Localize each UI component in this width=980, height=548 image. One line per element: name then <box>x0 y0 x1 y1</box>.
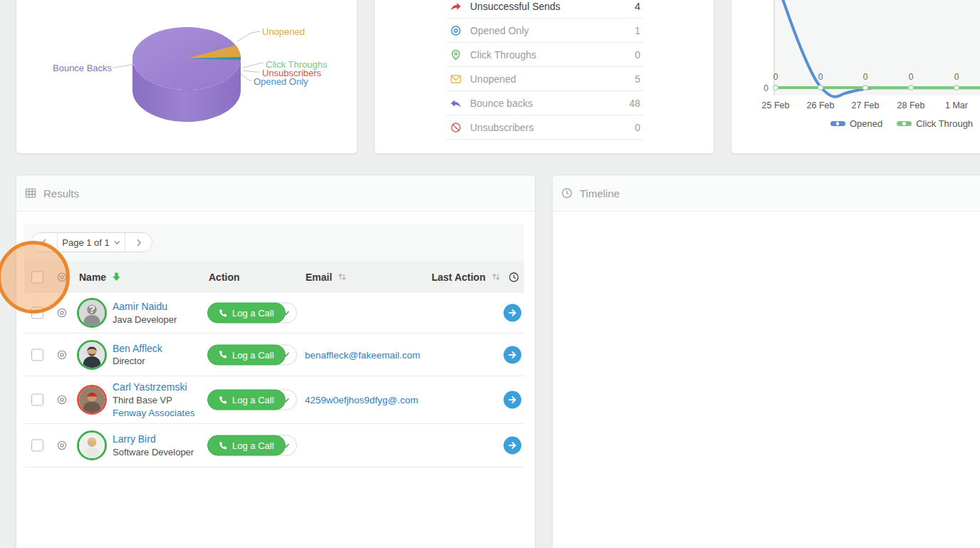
contact-title: Java Developer <box>113 314 177 326</box>
legend-label: Opened <box>850 118 882 129</box>
ban-icon <box>450 122 462 133</box>
contact-name-link[interactable]: Aamir Naidu <box>113 301 167 312</box>
table-header-row: Name Action Email Last Action <box>24 261 524 293</box>
avatar[interactable]: ? <box>77 298 107 328</box>
next-page-button[interactable] <box>125 233 152 252</box>
stat-row-opened-only: Opened Only 1 <box>446 19 643 43</box>
svg-text:27 Feb: 27 Feb <box>852 100 880 110</box>
column-header-email[interactable]: Email <box>306 272 347 283</box>
log-a-call-button[interactable]: Log a Call <box>207 303 286 324</box>
map-pin-icon <box>450 49 462 61</box>
row-checkbox[interactable] <box>31 440 43 452</box>
contact-name-link[interactable]: Ben Affleck <box>113 343 162 354</box>
clock-icon <box>509 272 519 282</box>
contact-name-link[interactable]: Larry Bird <box>113 433 156 445</box>
stat-label: Bounce backs <box>470 98 629 109</box>
avatar[interactable] <box>77 340 107 370</box>
table-grid-icon <box>25 187 36 199</box>
phone-icon <box>219 396 227 404</box>
open-contact-button[interactable] <box>504 437 521 455</box>
column-header-time[interactable] <box>509 272 519 282</box>
page-select-dropdown[interactable]: Page 1 of 1 <box>57 233 125 252</box>
chevron-down-icon <box>114 240 120 245</box>
table-row: Ben Affleck Director Log a Call benaffle… <box>24 334 524 376</box>
chevron-left-icon <box>41 238 48 247</box>
reply-arrow-icon <box>450 98 462 109</box>
contact-company-link[interactable]: Fenway Associates <box>113 408 195 418</box>
legend-label: Click Through <box>916 118 973 129</box>
log-a-call-button[interactable]: Log a Call <box>207 435 286 456</box>
stat-value: 1 <box>635 25 640 36</box>
prev-page-button[interactable] <box>32 233 57 252</box>
x-axis-labels: 25 Feb 26 Feb 27 Feb 28 Feb 1 Mar <box>762 100 968 110</box>
arrow-right-icon <box>508 441 517 450</box>
plot-area <box>774 0 980 95</box>
avatar[interactable] <box>77 430 107 460</box>
contact-title: Software Developer <box>113 446 194 459</box>
svg-text:26 Feb: 26 Feb <box>807 100 835 110</box>
target-icon[interactable] <box>57 272 67 282</box>
stat-row-bounce-backs: Bounce backs 48 <box>446 91 643 115</box>
log-a-call-label: Log a Call <box>232 308 274 319</box>
campaign-stats-list: Unsuccessful Sends 4 Opened Only 1 Click… <box>446 0 643 140</box>
contact-email-link[interactable]: 4259w0efjhos9dfyg@.com <box>305 395 418 405</box>
row-checkbox[interactable] <box>31 307 43 319</box>
target-icon[interactable] <box>57 350 67 360</box>
legend-item-click-through[interactable]: Click Through <box>897 118 973 129</box>
legend-marker-opened <box>830 121 845 126</box>
target-icon[interactable] <box>57 308 67 318</box>
sort-desc-arrow-icon <box>112 272 121 281</box>
table-row: Carl Yastrzemski Third Base VP Fenway As… <box>24 376 524 424</box>
panel-title: Timeline <box>580 187 620 200</box>
results-table: Page 1 of 1 Name <box>24 224 524 467</box>
svg-text:0: 0 <box>954 72 959 82</box>
legend-item-opened[interactable]: Opened <box>830 118 882 129</box>
stat-row-unsuccessful-sends: Unsuccessful Sends 4 <box>446 0 643 19</box>
svg-text:0: 0 <box>818 72 823 82</box>
log-a-call-button[interactable]: Log a Call <box>207 390 286 410</box>
select-all-checkbox[interactable] <box>31 271 43 283</box>
open-contact-button[interactable] <box>504 304 521 322</box>
target-icon[interactable] <box>57 395 67 405</box>
open-contact-button[interactable] <box>504 391 521 409</box>
avatar[interactable] <box>77 385 107 415</box>
open-contact-button[interactable] <box>504 346 521 363</box>
column-header-action: Action <box>209 272 240 283</box>
stat-label: Unsubscribers <box>470 122 635 133</box>
arrow-right-icon <box>508 309 517 318</box>
svg-text:25 Feb: 25 Feb <box>762 100 790 110</box>
forward-arrow-icon <box>450 1 462 12</box>
clock-icon <box>561 187 573 199</box>
legend-marker-click-through <box>897 121 912 126</box>
pie-label-opened-only: Opened Only <box>254 76 308 87</box>
envelope-icon <box>450 73 462 85</box>
contact-name-link[interactable]: Carl Yastrzemski <box>113 381 187 393</box>
timeline-panel: Timeline <box>552 175 980 548</box>
timeline-header: Timeline <box>553 175 980 212</box>
stat-value: 0 <box>635 49 640 61</box>
contact-email-link[interactable]: benaffleck@fakeemail.com <box>305 349 420 360</box>
phone-icon <box>219 351 227 359</box>
target-icon[interactable] <box>57 440 67 450</box>
phone-icon <box>219 309 227 317</box>
y-axis-tick: 0 <box>763 83 768 93</box>
row-checkbox[interactable] <box>31 348 43 361</box>
column-header-last-action[interactable]: Last Action <box>432 272 501 283</box>
results-header: Results <box>16 175 535 212</box>
svg-text:0: 0 <box>863 72 868 82</box>
line-chart: 0 0 0 0 0 0 25 Feb 26 Feb 27 Feb 28 Feb … <box>731 0 980 116</box>
campaign-stats-card: Unsuccessful Sends 4 Opened Only 1 Click… <box>374 0 714 154</box>
row-checkbox[interactable] <box>31 394 43 406</box>
contact-info: Carl Yastrzemski Third Base VP Fenway As… <box>113 381 195 420</box>
log-a-call-label: Log a Call <box>232 395 274 405</box>
contact-title: Third Base VP <box>113 393 195 406</box>
column-header-name[interactable]: Name <box>79 272 121 283</box>
svg-text:1 Mar: 1 Mar <box>945 100 968 110</box>
stat-value: 48 <box>629 98 640 109</box>
sort-icon <box>338 272 347 281</box>
contact-info: Ben Affleck Director <box>113 342 162 368</box>
log-a-call-button[interactable]: Log a Call <box>207 344 286 365</box>
arrow-right-icon <box>508 396 517 405</box>
contact-info: Aamir Naidu Java Developer <box>113 300 177 326</box>
eye-icon <box>450 25 462 36</box>
